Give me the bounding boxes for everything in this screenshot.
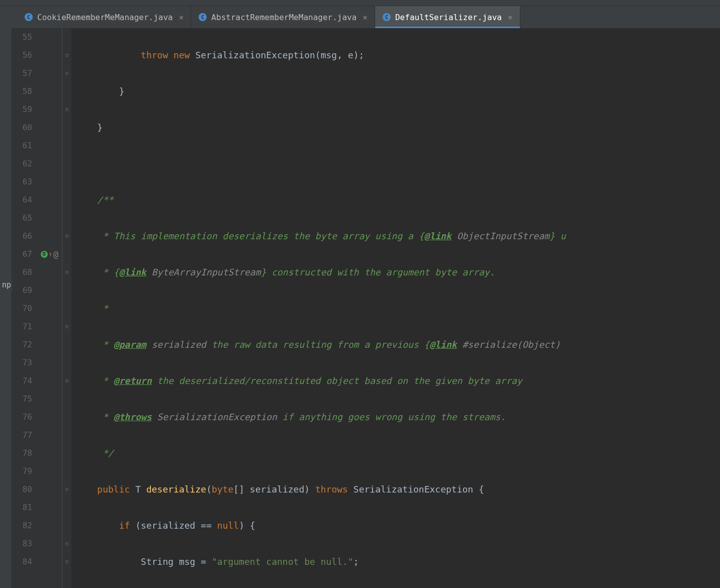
java-class-icon: C (24, 13, 33, 22)
fold-icon[interactable]: ⊟ (62, 227, 71, 245)
sidebar-np-label: np (1, 279, 12, 290)
java-class-icon: C (382, 13, 391, 22)
line-number[interactable]: 59 (12, 101, 32, 119)
code-line[interactable]: if (serialized == null) { (71, 517, 720, 535)
fold-icon[interactable]: ⊟ (62, 64, 71, 82)
close-icon[interactable]: × (177, 13, 184, 22)
line-number[interactable]: 73 (12, 354, 32, 372)
line-number[interactable]: 79 (12, 462, 32, 480)
line-number[interactable]: 84 (12, 553, 32, 571)
line-number[interactable]: 68 (12, 263, 32, 281)
editor-container: np 55 56 57 58 59 60 61 62 63 64 65 66 6… (0, 28, 720, 588)
line-number[interactable]: 55 (12, 28, 32, 46)
line-number[interactable]: 61 (12, 137, 32, 155)
line-number[interactable]: 80 (12, 480, 32, 499)
fold-icon[interactable]: ⊟ (62, 263, 71, 281)
code-line[interactable]: * {@link ByteArrayInputStream} construct… (71, 263, 720, 281)
line-number[interactable]: 66 (12, 227, 32, 245)
code-line[interactable]: String msg = "argument cannot be null."; (71, 553, 720, 571)
code-line[interactable]: * @throws SerializationException if anyt… (71, 408, 720, 426)
line-number[interactable]: 64 (12, 191, 32, 209)
line-number[interactable]: 77 (12, 426, 32, 444)
tab-label: CookieRememberMeManager.java (37, 13, 173, 22)
fold-icon[interactable]: ⊟ (62, 553, 71, 571)
code-line[interactable]: } (71, 82, 720, 101)
title-bar (0, 0, 720, 6)
code-line[interactable]: * (71, 300, 720, 318)
code-line[interactable] (71, 155, 720, 173)
fold-icon[interactable]: ⊟ (62, 318, 71, 336)
line-number[interactable]: 58 (12, 82, 32, 101)
fold-icon[interactable]: ⊟ (62, 46, 71, 64)
code-line[interactable]: public T deserialize(byte[] serialized) … (71, 480, 720, 499)
at-icon: @ (53, 245, 58, 263)
override-icon: O (41, 251, 48, 258)
left-tool-gutter (0, 28, 12, 588)
line-number[interactable]: 81 (12, 499, 32, 517)
java-class-icon: C (198, 13, 207, 22)
line-number-gutter: 55 56 57 58 59 60 61 62 63 64 65 66 67 6… (12, 28, 37, 588)
line-number[interactable]: 76 (12, 408, 32, 426)
line-number[interactable]: 72 (12, 336, 32, 354)
fold-icon[interactable]: ⊟ (62, 101, 71, 119)
line-number[interactable]: 75 (12, 390, 32, 408)
line-number[interactable]: 69 (12, 281, 32, 300)
code-line[interactable]: * @param serialized the raw data resulti… (71, 336, 720, 354)
fold-icon[interactable]: ⊟ (62, 372, 71, 390)
code-line[interactable]: * @return the deserialized/reconstituted… (71, 372, 720, 390)
line-number[interactable]: 70 (12, 300, 32, 318)
code-line[interactable]: throw new SerializationException(msg, e)… (71, 46, 720, 64)
fold-gutter: ⊟ ⊟ ⊟ ⊟ ⊟ ⊟ ⊟ ⊟ ⊟ ⊟ (62, 28, 71, 588)
tab-label: AbstractRememberMeManager.java (211, 13, 356, 22)
code-line[interactable]: } (71, 119, 720, 137)
arrow-up-icon: ↑ (49, 245, 52, 263)
fold-icon[interactable]: ⊟ (62, 535, 71, 553)
fold-icon[interactable]: ⊟ (62, 480, 71, 499)
tab-label: DefaultSerializer.java (395, 13, 502, 22)
line-number[interactable]: 60 (12, 119, 32, 137)
line-number[interactable]: 62 (12, 155, 32, 173)
tab-abstract-remember[interactable]: C AbstractRememberMeManager.java × (191, 6, 375, 28)
line-number[interactable]: 67 (12, 245, 32, 263)
code-line[interactable]: */ (71, 444, 720, 462)
line-number[interactable]: 56 (12, 46, 32, 64)
code-editor[interactable]: throw new SerializationException(msg, e)… (71, 28, 720, 588)
close-icon[interactable]: × (361, 13, 368, 22)
line-number[interactable]: 57 (12, 64, 32, 82)
line-number[interactable]: 63 (12, 173, 32, 191)
line-number[interactable]: 78 (12, 444, 32, 462)
tab-cookie-remember[interactable]: C CookieRememberMeManager.java × (17, 6, 191, 28)
marker-gutter: O ↑ @ (37, 28, 62, 588)
editor-tabs: C CookieRememberMeManager.java × C Abstr… (0, 6, 720, 28)
code-line[interactable]: /** (71, 191, 720, 209)
line-number[interactable]: 71 (12, 318, 32, 336)
override-marker[interactable]: O ↑ @ (37, 245, 62, 263)
tab-default-serializer[interactable]: C DefaultSerializer.java × (375, 6, 520, 28)
code-line[interactable]: * This implementation deserializes the b… (71, 227, 720, 245)
line-number[interactable]: 65 (12, 209, 32, 227)
line-number[interactable]: 82 (12, 517, 32, 535)
close-icon[interactable]: × (506, 13, 513, 22)
line-number[interactable]: 83 (12, 535, 32, 553)
line-number[interactable]: 74 (12, 372, 32, 390)
